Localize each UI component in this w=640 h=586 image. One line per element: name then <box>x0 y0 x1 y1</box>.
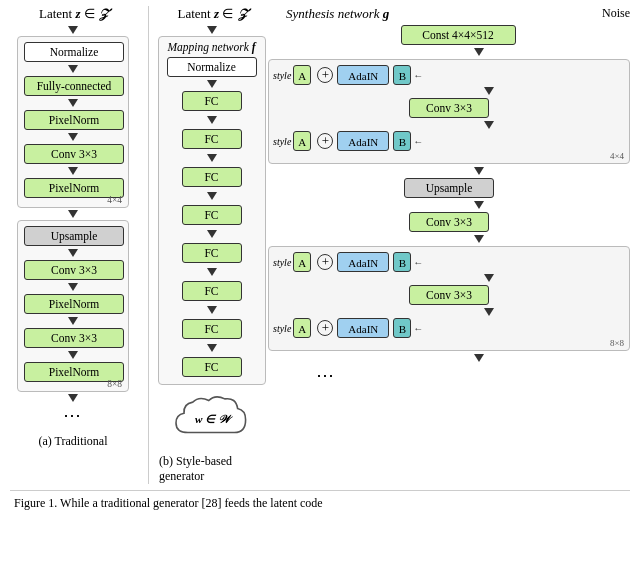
fc6: FC <box>182 281 242 301</box>
style-label-4: style <box>273 323 291 334</box>
trad-ellipsis: ⋯ <box>63 404 84 426</box>
synthesis-section: Synthesis network g Noise Const 4×4×512 … <box>266 6 632 484</box>
arrow <box>207 26 217 34</box>
adain-3: AdaIN <box>337 252 389 272</box>
synth-ellipsis: ⋯ <box>316 364 632 386</box>
w-cloud: w ∈ 𝒲 <box>172 391 252 446</box>
arrow <box>207 230 217 238</box>
fc3: FC <box>182 167 242 187</box>
figure-caption: Figure 1. While a traditional generator … <box>0 491 640 516</box>
fc7: FC <box>182 319 242 339</box>
synth-conv1: Conv 3×3 <box>409 98 489 118</box>
style-label-1: style <box>273 70 291 81</box>
B-box-2: B <box>393 131 411 151</box>
fc1: FC <box>182 91 242 111</box>
arrow <box>68 317 78 325</box>
trad-pixelnorm3-box: PixelNorm <box>24 294 124 314</box>
main-diagram: Latent z ∈ 𝒵 Normalize Fully-connected P… <box>0 0 640 484</box>
arrow <box>207 344 217 352</box>
arrow <box>68 210 78 218</box>
trad-pixelnorm1-box: PixelNorm <box>24 110 124 130</box>
adain-row-4: style A + AdaIN B ← <box>273 318 625 338</box>
adain-row-1: style A + AdaIN B ← <box>273 65 625 85</box>
arrow <box>326 46 632 58</box>
upsample-row: Upsample <box>266 177 632 199</box>
trad-fc-box: Fully-connected <box>24 76 124 96</box>
arrow <box>353 87 625 95</box>
arrow <box>326 233 632 245</box>
section-separator <box>148 6 149 484</box>
trad-region-4x4: Normalize Fully-connected PixelNorm Conv… <box>17 36 129 208</box>
A-box-1: A <box>293 65 311 85</box>
adain-row-2: style A + AdaIN B ← <box>273 131 625 151</box>
arrow <box>68 394 78 402</box>
synth-region-8x8: style A + AdaIN B ← Conv 3×3 <box>268 246 630 351</box>
arrow <box>207 116 217 124</box>
plus-2: + <box>317 133 333 149</box>
arrow-down-trad <box>68 26 78 34</box>
adain-row-3: style A + AdaIN B ← <box>273 252 625 272</box>
arrow <box>68 167 78 175</box>
arrow <box>353 121 625 129</box>
plus-3: + <box>317 254 333 270</box>
arrow <box>68 283 78 291</box>
A-box-2: A <box>293 131 311 151</box>
const-row: Const 4×4×512 <box>284 24 632 46</box>
arrow <box>353 308 625 316</box>
arrow <box>207 268 217 276</box>
arrow <box>207 306 217 314</box>
trad-title: Latent z ∈ 𝒵 <box>39 6 107 22</box>
cloud-svg: w ∈ 𝒲 <box>172 391 252 446</box>
B-box-1: B <box>393 65 411 85</box>
arrow <box>326 165 632 177</box>
adain-2: AdaIN <box>337 131 389 151</box>
arrow <box>68 133 78 141</box>
A-box-4: A <box>293 318 311 338</box>
arrow <box>326 199 632 211</box>
A-box-3: A <box>293 252 311 272</box>
synth-conv-mid: Conv 3×3 <box>409 212 489 232</box>
adain-1: AdaIN <box>337 65 389 85</box>
arrow <box>68 65 78 73</box>
style-label-3: style <box>273 257 291 268</box>
sb-latent-title: Latent z ∈ 𝒵 <box>177 6 245 22</box>
trad-normalize-box: Normalize <box>24 42 124 62</box>
mapping-normalize: Normalize <box>167 57 257 77</box>
fc4: FC <box>182 205 242 225</box>
trad-conv3-box: Conv 3×3 <box>24 260 124 280</box>
arrow <box>68 249 78 257</box>
mapping-region: Mapping network f Normalize FC FC FC FC … <box>158 36 266 385</box>
sb-caption: (b) Style-based generator <box>159 454 264 484</box>
conv-mid-row-1: Conv 3×3 <box>273 97 625 119</box>
conv-after-upsample: Conv 3×3 <box>266 211 632 233</box>
trad-region2-label: 8×8 <box>107 379 122 389</box>
trad-conv1-box: Conv 3×3 <box>24 144 124 164</box>
fc8: FC <box>182 357 242 377</box>
B-box-4: B <box>393 318 411 338</box>
mapping-section: Latent z ∈ 𝒵 Mapping network f Normalize… <box>159 6 264 484</box>
svg-text:w ∈ 𝒲: w ∈ 𝒲 <box>194 413 232 425</box>
fc-stack: FC FC FC FC FC FC FC FC <box>182 90 242 378</box>
arrow <box>207 154 217 162</box>
B-box-3: B <box>393 252 411 272</box>
synth-region-4x4: style A + AdaIN B ← Conv 3×3 <box>268 59 630 164</box>
trad-upsample-box: Upsample <box>24 226 124 246</box>
plus-1: + <box>317 67 333 83</box>
trad-region1-label: 4×4 <box>107 195 122 205</box>
region2-size-label: 8×8 <box>610 338 624 348</box>
noise-arrow-4: ← <box>413 323 423 334</box>
conv-row-2: Conv 3×3 <box>273 284 625 306</box>
const-box: Const 4×4×512 <box>401 25 516 45</box>
fc5: FC <box>182 243 242 263</box>
arrow <box>68 99 78 107</box>
upsample-box: Upsample <box>404 178 494 198</box>
trad-caption: (a) Traditional <box>39 434 108 449</box>
mapping-title: Mapping network f <box>167 41 255 53</box>
traditional-section: Latent z ∈ 𝒵 Normalize Fully-connected P… <box>8 6 138 484</box>
noise-arrow-3: ← <box>413 257 423 268</box>
fc2: FC <box>182 129 242 149</box>
arrow <box>207 192 217 200</box>
arrow <box>68 351 78 359</box>
noise-arrow-1: ← <box>413 70 423 81</box>
arrow <box>207 80 217 88</box>
